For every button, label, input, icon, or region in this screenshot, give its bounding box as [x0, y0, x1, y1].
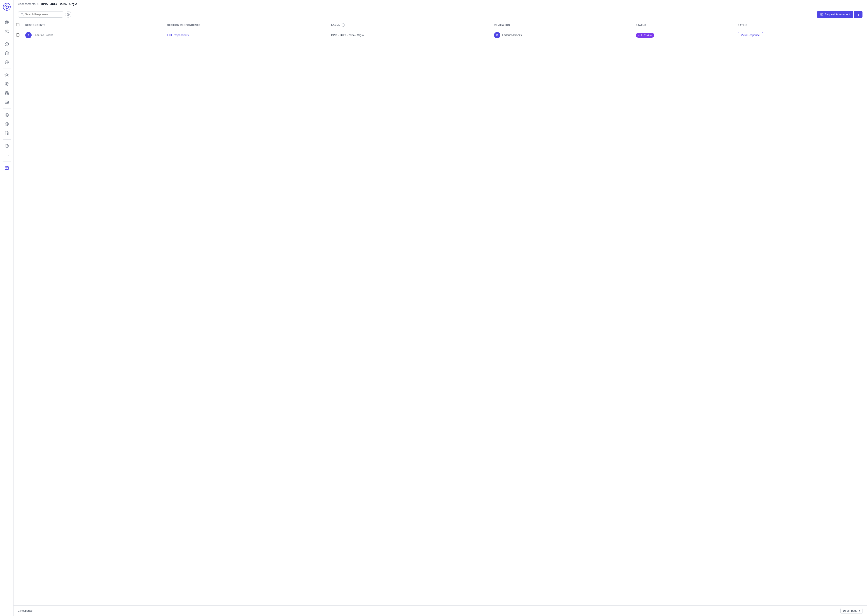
- sidebar-divider-5: [3, 139, 11, 140]
- request-assessment-label: Request Assessment: [824, 13, 850, 16]
- sidebar-divider-4: [3, 108, 11, 109]
- toolbar-right: Request Assessment ⋮: [817, 11, 862, 18]
- label-info-icon: i: [342, 24, 345, 27]
- svg-point-19: [6, 83, 7, 85]
- breadcrumb-parent[interactable]: Assessments: [18, 2, 35, 6]
- header-checkbox-col: [14, 21, 22, 29]
- nav-icon-globe[interactable]: [3, 18, 11, 27]
- add-button[interactable]: [65, 11, 71, 17]
- status-infinity-icon: ∞: [638, 34, 640, 37]
- nav-icon-tag[interactable]: [3, 142, 11, 150]
- more-options-button[interactable]: ⋮: [854, 11, 862, 18]
- svg-point-2: [6, 6, 8, 8]
- response-count: 1 Response: [18, 609, 33, 612]
- respondent-avatar: F: [25, 32, 32, 38]
- nav-icon-link[interactable]: [3, 120, 11, 128]
- row-respondent-cell: F Federico Brooks: [22, 29, 165, 41]
- nav-icon-cube[interactable]: [3, 40, 11, 48]
- reviewer-name: Federico Brooks: [502, 34, 522, 37]
- main-content: Assessments > DPIA - JULY - 2024 - Org A: [14, 0, 867, 616]
- row-reviewer-cell: F Federico Brooks: [491, 29, 633, 41]
- row-label-cell: DPIA - JULY - 2024 - Org A: [328, 29, 491, 41]
- breadcrumb-separator: >: [37, 2, 39, 6]
- header-section-respondents: SECTION RESPONDENTS: [165, 21, 328, 29]
- table-container: RESPONDENTS SECTION RESPONDENTS LABEL i …: [14, 21, 867, 605]
- sidebar: [0, 0, 14, 616]
- header-respondents: RESPONDENTS: [22, 21, 165, 29]
- row-action-cell: View Response: [735, 29, 867, 41]
- svg-point-18: [8, 74, 9, 75]
- per-page-selector[interactable]: 10 per page ▾: [840, 608, 862, 614]
- svg-point-25: [6, 102, 6, 102]
- table-header-row: RESPONDENTS SECTION RESPONDENTS LABEL i …: [14, 21, 867, 29]
- toolbar: Request Assessment ⋮: [14, 8, 867, 21]
- svg-rect-47: [820, 14, 823, 15]
- status-badge: ∞ In Review: [636, 33, 654, 38]
- search-input[interactable]: [25, 13, 61, 16]
- table-row: F Federico Brooks Edit Respondents DPIA …: [14, 29, 867, 41]
- per-page-chevron-icon: ▾: [859, 609, 860, 612]
- footer: 1 Response 10 per page ▾: [14, 605, 867, 616]
- responses-table: RESPONDENTS SECTION RESPONDENTS LABEL i …: [14, 21, 867, 41]
- request-assessment-button[interactable]: Request Assessment: [817, 11, 853, 18]
- breadcrumb-current: DPIA - JULY - 2024 - Org A: [41, 2, 77, 6]
- svg-line-30: [7, 115, 8, 116]
- row-checkbox-cell: [14, 29, 22, 41]
- svg-point-16: [6, 74, 8, 75]
- search-box[interactable]: [18, 11, 63, 17]
- svg-point-42: [21, 13, 23, 15]
- svg-point-13: [7, 30, 8, 31]
- nav-icon-gift[interactable]: [3, 164, 11, 172]
- nav-icon-search-circle[interactable]: [3, 111, 11, 119]
- reviewer-avatar: F: [494, 32, 500, 38]
- svg-point-12: [6, 30, 7, 31]
- nav-icon-users[interactable]: [3, 27, 11, 35]
- table-body: F Federico Brooks Edit Respondents DPIA …: [14, 29, 867, 41]
- svg-point-17: [5, 74, 6, 75]
- nav-icon-list[interactable]: [3, 151, 11, 159]
- svg-point-20: [5, 91, 8, 93]
- search-icon: [20, 13, 24, 16]
- row-checkbox[interactable]: [16, 33, 19, 36]
- row-section-respondents-cell[interactable]: Edit Respondents: [165, 29, 328, 41]
- per-page-label: 10 per page: [843, 609, 857, 612]
- header-date: DATE C: [735, 21, 867, 29]
- nav-icon-grid[interactable]: [3, 49, 11, 57]
- nav-icon-database[interactable]: [3, 89, 11, 97]
- sidebar-divider-2: [3, 38, 11, 38]
- view-response-button[interactable]: View Response: [738, 32, 763, 38]
- app-logo[interactable]: [3, 3, 11, 11]
- row-label: DPIA - JULY - 2024 - Org A: [331, 34, 364, 37]
- header-status: STATUS: [633, 21, 735, 29]
- respondent-name: Federico Brooks: [33, 34, 53, 37]
- sidebar-divider-6: [3, 161, 11, 162]
- header-label: LABEL i: [328, 21, 491, 29]
- nav-icon-world[interactable]: [3, 58, 11, 66]
- nav-icon-id-card[interactable]: [3, 98, 11, 106]
- nav-icon-shield[interactable]: [3, 80, 11, 88]
- edit-respondents-link[interactable]: Edit Respondents: [167, 34, 189, 37]
- svg-point-29: [6, 114, 7, 115]
- select-all-checkbox[interactable]: [16, 23, 19, 27]
- nav-icon-file[interactable]: [3, 129, 11, 137]
- toolbar-left: [18, 11, 71, 17]
- svg-line-43: [23, 15, 24, 16]
- svg-point-28: [5, 113, 8, 117]
- nav-icon-group[interactable]: [3, 71, 11, 79]
- status-label: In Review: [641, 34, 652, 36]
- header: Assessments > DPIA - JULY - 2024 - Org A: [14, 0, 867, 8]
- more-options-icon: ⋮: [857, 13, 860, 16]
- row-status-cell: ∞ In Review: [633, 29, 735, 41]
- header-reviewers: REVIEWERS: [491, 21, 633, 29]
